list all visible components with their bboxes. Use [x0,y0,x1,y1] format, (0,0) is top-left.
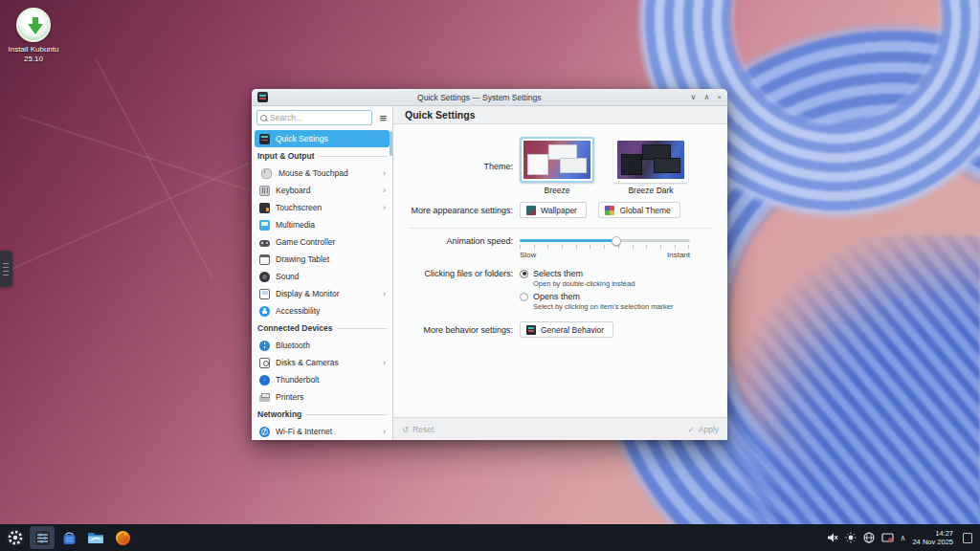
close-button[interactable]: × [717,93,722,101]
globe-icon [259,427,270,437]
sidebar-item-accessibility[interactable]: Accessibility [255,302,390,320]
chevron-right-icon: › [383,427,386,436]
clock-date: 24 Nov 2025 [912,538,953,546]
breeze-dark-theme-preview [617,141,684,179]
system-tray: ∧ 14:27 24 Nov 2025 [827,529,977,546]
chevron-right-icon: › [383,186,386,195]
radio-selects-them[interactable]: Selects them Open by double-clicking ins… [520,269,714,288]
search-input[interactable] [270,113,368,122]
slider-ticks [520,245,690,249]
sidebar-item-bluetooth[interactable]: Bluetooth [255,337,390,354]
search-input-wrap [256,110,372,125]
screen-edge-handle[interactable] [0,251,12,287]
menu-icon[interactable]: ≡ [377,112,389,124]
apply-button[interactable]: ✓ Apply [688,425,719,434]
clock-time: 14:27 [912,529,953,538]
radio-selects-them-hint: Open by double-clicking instead [533,279,714,288]
firefox-icon [115,530,131,546]
sidebar-item-touchscreen[interactable]: Touchscreen › [255,199,390,216]
sidebar-item-mouse-touchpad[interactable]: Mouse & Touchpad › [255,165,390,182]
dialog-footer: ↺ Reset ✓ Apply [393,417,727,440]
system-settings-task-icon [34,530,51,546]
sidebar-list: Quick Settings Input & Output Mouse & To… [252,129,392,440]
maximize-button[interactable]: ∧ [703,93,709,101]
radio-button-icon[interactable] [520,293,528,301]
sidebar-item-display-monitor[interactable]: Display & Monitor › [255,285,390,302]
sidebar-item-game-controller[interactable]: Game Controller [255,233,390,251]
page-title: Quick Settings [405,109,476,121]
expand-tray-icon[interactable]: ∧ [901,534,906,542]
kubuntu-logo-icon [6,528,25,547]
keyboard-icon [259,186,270,196]
wallpaper-button[interactable]: Wallpaper [520,202,587,218]
global-theme-button[interactable]: Global Theme [598,202,679,218]
app-launcher-button[interactable] [3,526,28,549]
multimedia-icon [259,220,270,231]
task-system-settings[interactable] [30,526,55,549]
appearance-settings-label: More appearance settings: [407,206,520,215]
sidebar-item-wifi-internet[interactable]: Wi-Fi & Internet › [255,423,390,440]
install-icon-label: Install Kubuntu 25.10 [4,45,63,64]
sidebar-item-disks-cameras[interactable]: Disks & Cameras › [255,354,390,371]
tablet-icon [259,254,270,265]
network-icon[interactable] [863,532,875,543]
slider-min-label: Slow [520,251,536,259]
general-behavior-icon [526,325,536,335]
clipboard-icon[interactable] [881,533,894,543]
disk-icon [259,358,270,368]
install-kubuntu-desktop-icon[interactable]: Install Kubuntu 25.10 [4,8,63,64]
general-behavior-button[interactable]: General Behavior [520,321,613,338]
chevron-right-icon: › [383,168,386,178]
reset-icon: ↺ [402,425,409,434]
slider-handle[interactable] [612,236,621,246]
radio-opens-them-hint: Select by clicking on item's selection m… [533,302,714,311]
digital-clock[interactable]: 14:27 24 Nov 2025 [912,529,953,546]
sidebar-item-drawing-tablet[interactable]: Drawing Tablet [255,251,390,268]
touchscreen-icon [259,203,270,213]
sidebar-item-multimedia[interactable]: Multimedia [255,216,390,233]
task-dolphin[interactable] [83,526,108,549]
sidebar-item-sound[interactable]: Sound [255,268,390,285]
behavior-settings-label: More behavior settings: [407,325,520,335]
window-titlebar[interactable]: Quick Settings — System Settings ∨ ∧ × [252,89,727,106]
theme-option-breeze[interactable]: Breeze [520,137,594,195]
minimize-button[interactable]: ∨ [691,93,697,101]
animation-speed-slider[interactable]: Slow Instant [520,236,690,259]
accessibility-icon [259,306,270,317]
sidebar-item-thunderbolt[interactable]: Thunderbolt [255,371,390,388]
brightness-icon[interactable] [845,532,857,543]
sidebar-item-keyboard[interactable]: Keyboard › [255,182,390,199]
volume-muted-icon[interactable] [827,532,838,543]
theme-label: Theme: [407,162,520,171]
slider-fill [520,239,616,242]
reset-button[interactable]: ↺ Reset [402,425,434,434]
chevron-right-icon: › [383,203,386,212]
printer-icon [259,395,270,402]
show-desktop-button[interactable] [963,533,972,543]
task-discover[interactable] [56,526,81,549]
sidebar-scrollbar[interactable] [390,131,392,156]
sidebar-item-quick-settings[interactable]: Quick Settings [255,130,390,147]
taskbar: ∧ 14:27 24 Nov 2025 [0,524,980,551]
task-firefox[interactable] [110,526,135,549]
discover-icon [61,530,78,546]
sidebar-section-networking: Networking [255,406,390,423]
bluetooth-icon [259,341,270,351]
speaker-icon [259,272,270,282]
theme-option-breeze-dark[interactable]: Breeze Dark [613,137,688,195]
install-download-icon [16,8,51,42]
chevron-right-icon: › [383,358,386,367]
search-icon [260,115,267,121]
breeze-theme-preview [523,141,590,179]
animation-speed-label: Animation speed: [407,236,520,259]
chevron-right-icon: › [383,289,386,298]
global-theme-icon [605,206,614,215]
quick-settings-icon [259,134,270,144]
gamepad-icon [259,240,270,247]
wallpaper-icon [526,206,536,215]
sidebar-item-printers[interactable]: Printers [255,388,390,406]
radio-opens-them[interactable]: Opens them Select by clicking on item's … [520,292,714,311]
content-header: Quick Settings [393,106,727,124]
radio-button-icon[interactable] [520,270,528,278]
slider-max-label: Instant [667,251,690,259]
